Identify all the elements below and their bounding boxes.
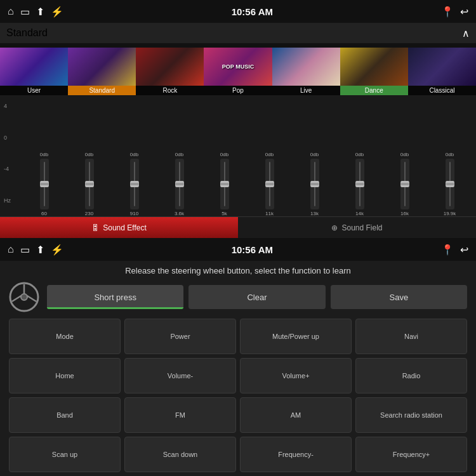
- band-db-8: 0db: [400, 152, 409, 157]
- func-btn-volume-[interactable]: Volume+: [240, 358, 352, 393]
- tab-sound-effect[interactable]: 🎛 Sound Effect: [0, 217, 238, 238]
- preset-user-thumb: [0, 48, 68, 86]
- band-thumb-3: [175, 181, 184, 187]
- bottom-screen-icon[interactable]: ▭: [20, 244, 30, 256]
- eq-band-13k[interactable]: 0db 13k: [292, 98, 337, 216]
- bottom-usb-icon: ⚡: [51, 244, 63, 256]
- func-btn-radio[interactable]: Radio: [355, 358, 467, 393]
- preset-pop-thumb: POP MUSIC: [204, 48, 272, 86]
- top-status-bar: ⌂ ▭ ⬆ ⚡ 10:56 AM 📍 ↩: [0, 0, 476, 23]
- band-slider-6[interactable]: [310, 159, 319, 209]
- band-slider-0[interactable]: [40, 159, 49, 209]
- home-icon[interactable]: ⌂: [8, 6, 14, 17]
- eq-band-11k[interactable]: 0db 11k: [247, 98, 292, 216]
- eq-band-910[interactable]: 0db 910: [112, 98, 157, 216]
- steering-wheel-icon: [9, 282, 39, 312]
- func-btn-home[interactable]: Home: [9, 358, 121, 393]
- eq-band-19.9k[interactable]: 0db 19.9k: [427, 98, 472, 216]
- axis-neg4: -4: [4, 166, 22, 172]
- eq-band-5k[interactable]: 0db 5k: [202, 98, 247, 216]
- band-db-3: 0db: [175, 152, 183, 157]
- band-track-0: [44, 162, 45, 206]
- band-freq-4: 5k: [221, 211, 227, 216]
- up-icon[interactable]: ⬆: [36, 6, 44, 18]
- func-btn-band[interactable]: Band: [9, 397, 121, 433]
- tab-sound-field[interactable]: ⊕ Sound Field: [238, 217, 476, 238]
- band-slider-4[interactable]: [220, 159, 229, 209]
- preset-live[interactable]: Live: [272, 43, 340, 95]
- band-thumb-8: [400, 181, 409, 187]
- band-track-4: [224, 162, 225, 206]
- band-thumb-9: [446, 181, 454, 187]
- eq-band-3.6k[interactable]: 0db 3.6k: [157, 98, 202, 216]
- band-slider-5[interactable]: [265, 159, 274, 209]
- band-freq-8: 16k: [400, 211, 409, 216]
- band-slider-8[interactable]: [400, 159, 409, 209]
- function-grid: ModePowerMute/Power upNaviHomeVolume-Vol…: [0, 316, 476, 476]
- band-db-4: 0db: [220, 152, 228, 157]
- axis-4: 4: [4, 103, 22, 109]
- bottom-up-icon[interactable]: ⬆: [36, 244, 44, 256]
- preset-pop[interactable]: POP MUSIC Pop: [204, 43, 272, 95]
- sound-field-label: Sound Field: [341, 223, 382, 232]
- preset-standard-thumb: [68, 48, 136, 86]
- func-btn-frequency-[interactable]: Frequency-: [240, 437, 352, 472]
- preset-header[interactable]: Standard ∧: [0, 23, 476, 43]
- func-btn-mode[interactable]: Mode: [9, 319, 121, 354]
- func-btn-frequency-[interactable]: Frequency+: [355, 437, 467, 472]
- axis-hz: Hz: [4, 197, 22, 204]
- band-freq-5: 11k: [265, 211, 274, 216]
- action-row: Short press Clear Save: [0, 279, 476, 316]
- band-slider-3[interactable]: [175, 159, 184, 209]
- preset-live-thumb: [272, 48, 340, 86]
- func-btn-fm[interactable]: FM: [124, 397, 236, 433]
- band-slider-1[interactable]: [85, 159, 94, 209]
- eq-bands: 4 0 -4 Hz 0db 60 0db 230 0db: [0, 95, 476, 216]
- band-thumb-0: [40, 181, 49, 187]
- func-btn-scan-up[interactable]: Scan up: [9, 437, 121, 472]
- preset-classical[interactable]: Classical: [408, 43, 476, 95]
- preset-standard[interactable]: Standard: [68, 43, 136, 95]
- save-button[interactable]: Save: [331, 285, 467, 309]
- func-btn-power[interactable]: Power: [124, 319, 236, 354]
- band-thumb-1: [85, 181, 94, 187]
- band-freq-0: 60: [41, 211, 47, 216]
- band-freq-2: 910: [130, 211, 138, 216]
- eq-band-14k[interactable]: 0db 14k: [337, 98, 382, 216]
- bottom-home-icon[interactable]: ⌂: [8, 244, 14, 255]
- func-btn-navi[interactable]: Navi: [355, 319, 467, 354]
- eq-band-230[interactable]: 0db 230: [67, 98, 112, 216]
- clear-button[interactable]: Clear: [188, 285, 325, 309]
- preset-rock-thumb: [136, 48, 204, 86]
- band-slider-2[interactable]: [130, 159, 139, 209]
- short-press-button[interactable]: Short press: [47, 285, 183, 309]
- func-btn-search-radio-station[interactable]: Search radio station: [355, 397, 467, 433]
- band-slider-7[interactable]: [355, 159, 364, 209]
- top-time: 10:56 AM: [232, 6, 273, 17]
- bottom-back-icon[interactable]: ↩: [460, 244, 468, 256]
- axis-0: 0: [4, 135, 22, 141]
- bottom-status-bar: ⌂ ▭ ⬆ ⚡ 10:56 AM 📍 ↩: [0, 238, 476, 261]
- chevron-up-icon[interactable]: ∧: [462, 27, 470, 39]
- preset-rock[interactable]: Rock: [136, 43, 204, 95]
- band-db-7: 0db: [355, 152, 364, 157]
- func-btn-am[interactable]: AM: [240, 397, 352, 433]
- func-btn-volume-[interactable]: Volume-: [124, 358, 236, 393]
- func-btn-scan-down[interactable]: Scan down: [124, 437, 236, 472]
- eq-band-16k[interactable]: 0db 16k: [382, 98, 427, 216]
- bottom-location-icon: 📍: [441, 244, 454, 256]
- instruction-text: Release the steering wheel button, selec…: [0, 261, 476, 279]
- bottom-time: 10:56 AM: [232, 244, 273, 255]
- band-track-8: [404, 162, 406, 206]
- band-db-0: 0db: [40, 152, 48, 157]
- eq-axis: 4 0 -4 Hz: [4, 98, 22, 216]
- func-btn-mute-power-up[interactable]: Mute/Power up: [240, 319, 352, 354]
- screen-icon[interactable]: ▭: [20, 6, 30, 18]
- band-slider-9[interactable]: [446, 159, 454, 209]
- svg-point-1: [21, 294, 27, 300]
- preset-user[interactable]: User: [0, 43, 68, 95]
- preset-dance[interactable]: Dance: [340, 43, 408, 95]
- top-status-icons: ⌂ ▭ ⬆ ⚡: [8, 6, 63, 18]
- eq-band-60[interactable]: 0db 60: [22, 98, 67, 216]
- back-icon[interactable]: ↩: [460, 6, 468, 18]
